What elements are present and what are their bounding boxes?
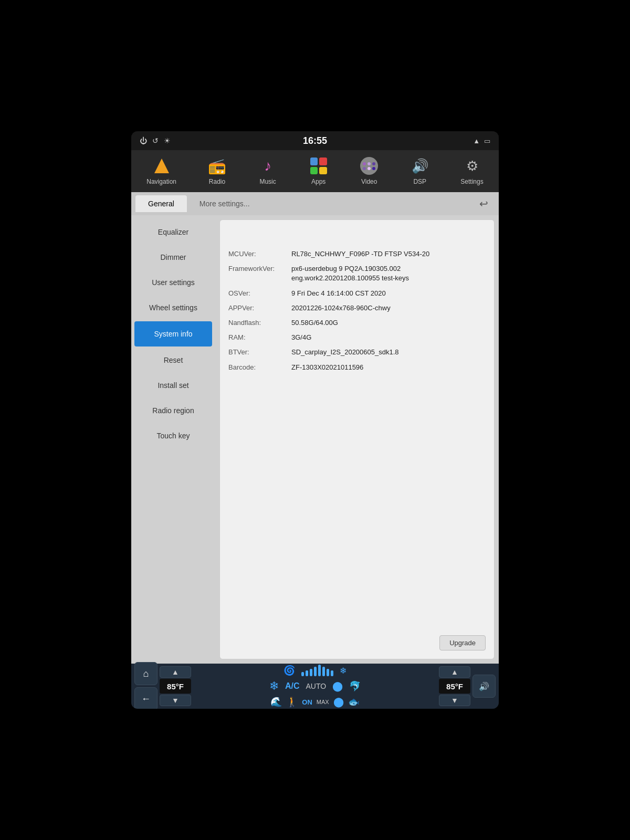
nav-label-navigation: Navigation: [146, 178, 176, 185]
value-osver: 9 Fri Dec 4 16:14:00 CST 2020: [291, 289, 486, 298]
label-barcode: Barcode:: [228, 363, 291, 372]
fan-display: [301, 665, 333, 676]
tab-back-button[interactable]: ↩: [473, 197, 495, 210]
sidebar-item-user-settings[interactable]: User settings: [131, 270, 215, 295]
value-btver: SD_carplay_I2S_20200605_sdk1.8: [291, 348, 486, 357]
info-panel: MCUVer: RL78c_NCHHWY_F096P -TD FTSP V534…: [219, 219, 495, 659]
status-left-icons: ⏻ ↺ ☀: [140, 136, 171, 145]
radio-icon: 📻: [207, 156, 227, 176]
temp-display-left: 85°F: [160, 679, 191, 694]
sidebar-item-radio-region[interactable]: Radio region: [131, 398, 215, 423]
fan-icon: 🌀: [284, 665, 295, 676]
label-appver: APPVer:: [228, 303, 291, 313]
brightness-icon[interactable]: ☀: [164, 136, 171, 145]
volume-button[interactable]: 🔊: [472, 675, 496, 698]
label-ram: RAM:: [228, 333, 291, 342]
info-row-btver: BTVer: SD_carplay_I2S_20200605_sdk1.8: [228, 348, 486, 357]
nav-label-dsp: DSP: [413, 178, 426, 185]
wifi-icon: ▲: [473, 137, 480, 145]
value-ram: 3G/4G: [291, 333, 486, 342]
info-row-appver: APPVer: 20201226-1024x768-960C-chwy: [228, 303, 486, 313]
nav-item-navigation[interactable]: Navigation: [141, 154, 182, 187]
info-row-osver: OSVer: 9 Fri Dec 4 16:14:00 CST 2020: [228, 289, 486, 298]
refresh-icon[interactable]: ↺: [152, 136, 159, 145]
navigation-icon: [152, 156, 172, 176]
temp-up-left[interactable]: ▲: [160, 666, 191, 678]
status-right-icons: ▲ ▭: [473, 137, 490, 145]
rear-defrost-icon: ⬤: [332, 680, 343, 692]
value-nandflash: 50.58G/64.00G: [291, 318, 486, 328]
info-row-ram: RAM: 3G/4G: [228, 333, 486, 342]
max-icon: MAX: [317, 699, 329, 705]
sidebar-item-reset[interactable]: Reset: [131, 348, 215, 373]
sidebar: Equalizer Dimmer User settings Wheel set…: [131, 215, 215, 664]
nav-label-apps: Apps: [311, 178, 326, 185]
bottom-bar: ⌂ ← ▲ 85°F ▼ 🌀: [131, 664, 499, 709]
tab-more-settings[interactable]: More settings...: [187, 195, 262, 212]
info-row-barcode: Barcode: ZF-1303X02021011596: [228, 363, 486, 372]
value-barcode: ZF-1303X02021011596: [291, 363, 486, 372]
ac-label-container: A/C: [285, 681, 300, 691]
nav-item-music[interactable]: ♪ Music: [253, 154, 283, 187]
upgrade-button[interactable]: Upgrade: [439, 635, 486, 650]
dsp-icon: 🔊: [410, 156, 430, 176]
temp-up-right[interactable]: ▲: [439, 666, 470, 678]
sidebar-item-touch-key[interactable]: Touch key: [131, 423, 215, 448]
nav-label-music: Music: [259, 178, 276, 185]
window-icon: ▭: [484, 137, 490, 145]
label-osver: OSVer:: [228, 289, 291, 298]
content-area: Equalizer Dimmer User settings Wheel set…: [131, 215, 499, 664]
back-icon: ←: [141, 694, 151, 705]
status-bar: ⏻ ↺ ☀ 16:55 ▲ ▭: [131, 131, 499, 150]
label-btver: BTVer:: [228, 348, 291, 357]
value-mcuver: RL78c_NCHHWY_F096P -TD FTSP V534-20: [291, 249, 486, 259]
value-frameworkver: px6-userdebug 9 PQ2A.190305.002 eng.work…: [291, 264, 486, 283]
nav-item-settings[interactable]: ⚙ Settings: [455, 154, 488, 187]
apps-icon: [309, 156, 329, 176]
vent-icon: ❄: [269, 679, 279, 693]
video-icon: [359, 156, 379, 176]
tab-general[interactable]: General: [135, 195, 187, 212]
body-icon: 🚶: [286, 696, 298, 708]
music-icon: ♪: [258, 156, 278, 176]
label-mcuver: MCUVer:: [228, 249, 291, 259]
heat-icon: 🐬: [349, 680, 361, 692]
sidebar-item-wheel-settings[interactable]: Wheel settings: [131, 295, 215, 320]
home-icon: ⌂: [143, 668, 149, 679]
sidebar-item-install-set[interactable]: Install set: [131, 373, 215, 398]
status-time: 16:55: [303, 135, 327, 146]
nav-bar: Navigation 📻 Radio ♪ Music Apps: [131, 150, 499, 192]
back-button[interactable]: ←: [134, 687, 158, 709]
nav-item-apps[interactable]: Apps: [303, 154, 334, 187]
sidebar-item-equalizer[interactable]: Equalizer: [131, 219, 215, 245]
info-row-frameworkver: FrameworkVer: px6-userdebug 9 PQ2A.19030…: [228, 264, 486, 283]
power-icon[interactable]: ⏻: [140, 136, 147, 145]
sidebar-item-system-info[interactable]: System info: [134, 321, 212, 346]
temp-down-right[interactable]: ▼: [439, 695, 470, 706]
ac-label: A/C: [285, 681, 300, 690]
value-appver: 20201226-1024x768-960C-chwy: [291, 303, 486, 313]
on-label: ON: [302, 698, 312, 706]
nav-item-radio[interactable]: 📻 Radio: [202, 154, 233, 187]
nav-item-video[interactable]: Video: [354, 154, 384, 187]
airflow-icon: 🌊: [270, 696, 282, 708]
info-row-nandflash: Nandflash: 50.58G/64.00G: [228, 318, 486, 328]
sidebar-item-dimmer[interactable]: Dimmer: [131, 245, 215, 270]
ac-controls: 🌀 ❄ ❄ A/C AUTO ⬤: [193, 665, 437, 708]
nav-label-settings: Settings: [460, 178, 483, 185]
settings-icon: ⚙: [462, 156, 482, 176]
temp-down-left[interactable]: ▼: [160, 695, 191, 706]
system-info-table: MCUVer: RL78c_NCHHWY_F096P -TD FTSP V534…: [228, 249, 486, 372]
temp-control-right: ▲ 85°F ▼: [439, 666, 470, 706]
main-content: General More settings... ↩ Equalizer Dim…: [131, 192, 499, 664]
nav-label-video: Video: [361, 178, 377, 185]
temp-display-right: 85°F: [439, 679, 470, 694]
home-button[interactable]: ⌂: [134, 662, 158, 685]
seat-heat-icon: 🐟: [348, 696, 360, 708]
nav-item-dsp[interactable]: 🔊 DSP: [405, 154, 435, 187]
nav-label-radio: Radio: [209, 178, 225, 185]
snowflake-icon: ❄: [340, 666, 346, 676]
volume-icon: 🔊: [479, 681, 489, 691]
auto-label: AUTO: [306, 682, 326, 690]
windshield-icon: ⬤: [333, 696, 344, 708]
